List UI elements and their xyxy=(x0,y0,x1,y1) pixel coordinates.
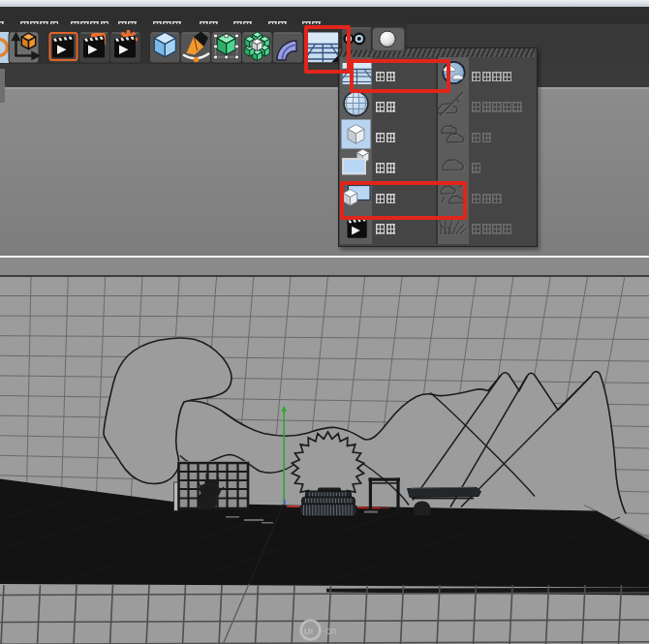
svg-text:·cn: ·cn xyxy=(322,625,336,636)
svg-text:UI: UI xyxy=(304,625,314,635)
